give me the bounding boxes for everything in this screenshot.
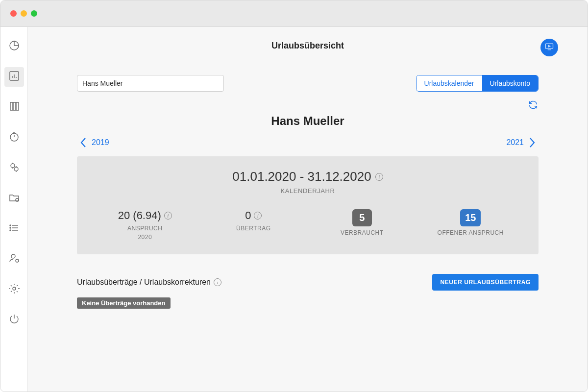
- stat-offen: 15 OFFENER ANSPRUCH: [431, 209, 510, 236]
- tutorial-icon: [544, 42, 554, 53]
- sidebar-item-archive[interactable]: [4, 98, 24, 117]
- stat-anspruch: 20 (6.94) i ANSPRUCH 2020: [106, 209, 184, 241]
- transfers-empty-badge: Keine Überträge vorhanden: [77, 297, 171, 309]
- maximize-window-button[interactable]: [31, 10, 37, 17]
- power-icon: [8, 313, 20, 327]
- stat-uebertrag: 0 i ÜBERTRAG: [214, 209, 293, 232]
- period-text: 01.01.2020 - 31.12.2020: [232, 169, 371, 184]
- list-icon: [8, 222, 20, 236]
- minimize-window-button[interactable]: [21, 10, 27, 17]
- refresh-button[interactable]: [528, 99, 539, 112]
- sidebar-item-user-settings[interactable]: [4, 249, 24, 269]
- titlebar: [0, 0, 588, 27]
- prev-year-button[interactable]: 2019: [80, 137, 109, 148]
- page-header: Urlaubsübersicht: [77, 41, 539, 60]
- app-body: Urlaubsübersicht Urlaubskalender Urlaubs…: [0, 27, 588, 392]
- svg-rect-6: [16, 102, 19, 110]
- bar-chart-icon: [8, 70, 20, 84]
- stat-verbraucht: 5 VERBRAUCHT: [323, 209, 401, 236]
- period-sublabel: KALENDERJAHR: [91, 187, 525, 195]
- sidebar-item-folder-settings[interactable]: [4, 189, 24, 208]
- info-icon[interactable]: i: [254, 212, 262, 220]
- sidebar: [0, 27, 28, 392]
- folder-gear-icon: [8, 192, 20, 205]
- svg-rect-5: [13, 102, 16, 110]
- stat-anspruch-sublabel: 2020: [106, 234, 184, 241]
- sidebar-item-power[interactable]: [4, 310, 24, 330]
- info-icon[interactable]: i: [375, 173, 383, 181]
- pie-chart-icon: [8, 40, 20, 53]
- app-window: Urlaubsübersicht Urlaubskalender Urlaubs…: [0, 0, 588, 392]
- stat-anspruch-value: 20 (6.94): [118, 209, 161, 222]
- svg-point-22: [10, 230, 11, 231]
- svg-point-25: [13, 287, 16, 290]
- help-button[interactable]: [540, 39, 558, 56]
- refresh-row: [77, 99, 539, 112]
- chevron-right-icon: [529, 137, 536, 148]
- sidebar-item-list[interactable]: [4, 219, 24, 239]
- view-toggle: Urlaubskalender Urlaubskonto: [416, 75, 539, 92]
- refresh-icon: [528, 99, 539, 110]
- sidebar-item-reports[interactable]: [4, 67, 24, 87]
- info-icon[interactable]: i: [164, 212, 172, 220]
- svg-point-24: [16, 259, 19, 262]
- person-name: Hans Mueller: [77, 114, 539, 128]
- stat-anspruch-label: ANSPRUCH: [106, 225, 184, 232]
- close-window-button[interactable]: [10, 10, 17, 17]
- stat-verbraucht-value: 5: [352, 209, 372, 226]
- sidebar-item-settings[interactable]: [4, 280, 24, 299]
- tab-calendar[interactable]: Urlaubskalender: [416, 75, 482, 91]
- sidebar-item-timer[interactable]: [4, 128, 24, 147]
- sidebar-item-dashboard[interactable]: [4, 37, 24, 56]
- stats-row: 20 (6.94) i ANSPRUCH 2020 0 i ÜBERTRAG: [91, 209, 525, 241]
- stat-uebertrag-label: ÜBERTRAG: [214, 225, 293, 232]
- transfers-title: Urlaubsüberträge / Urlaubskorrekturen i: [77, 278, 221, 287]
- stat-offen-value: 15: [460, 209, 481, 226]
- next-year-label: 2021: [506, 138, 524, 147]
- svg-rect-4: [10, 102, 13, 110]
- next-year-button[interactable]: 2021: [506, 137, 536, 148]
- gear-icon: [8, 283, 20, 296]
- page-title: Urlaubsübersicht: [77, 41, 539, 51]
- sidebar-item-processes[interactable]: [4, 158, 24, 178]
- user-gear-icon: [8, 252, 20, 266]
- stat-offen-label: OFFENER ANSPRUCH: [431, 229, 510, 236]
- svg-point-10: [11, 164, 15, 168]
- stat-uebertrag-value: 0: [245, 209, 251, 222]
- binders-icon: [8, 100, 20, 114]
- svg-marker-29: [548, 46, 550, 47]
- period-range: 01.01.2020 - 31.12.2020 i: [91, 169, 525, 184]
- stopwatch-icon: [8, 131, 20, 145]
- new-transfer-button[interactable]: NEUER URLAUBSÜBERTRAG: [432, 274, 539, 291]
- employee-search-input[interactable]: [77, 75, 224, 92]
- stat-verbraucht-label: VERBRAUCHT: [323, 229, 401, 236]
- tab-account[interactable]: Urlaubskonto: [482, 75, 539, 91]
- svg-point-20: [10, 225, 11, 226]
- top-controls: Urlaubskalender Urlaubskonto: [77, 75, 539, 92]
- prev-year-label: 2019: [92, 138, 109, 147]
- traffic-lights: [10, 10, 37, 17]
- chevron-left-icon: [80, 137, 87, 148]
- transfers-header: Urlaubsüberträge / Urlaubskorrekturen i …: [77, 274, 539, 291]
- summary-card: 01.01.2020 - 31.12.2020 i KALENDERJAHR 2…: [77, 156, 539, 254]
- svg-point-23: [11, 254, 15, 258]
- gears-icon: [8, 161, 20, 175]
- transfers-title-text: Urlaubsüberträge / Urlaubskorrekturen: [77, 278, 211, 287]
- main-content: Urlaubsübersicht Urlaubskalender Urlaubs…: [28, 27, 588, 392]
- svg-point-11: [14, 167, 18, 171]
- year-nav: 2019 2021: [77, 137, 539, 148]
- info-icon[interactable]: i: [214, 278, 221, 286]
- svg-point-21: [10, 227, 11, 228]
